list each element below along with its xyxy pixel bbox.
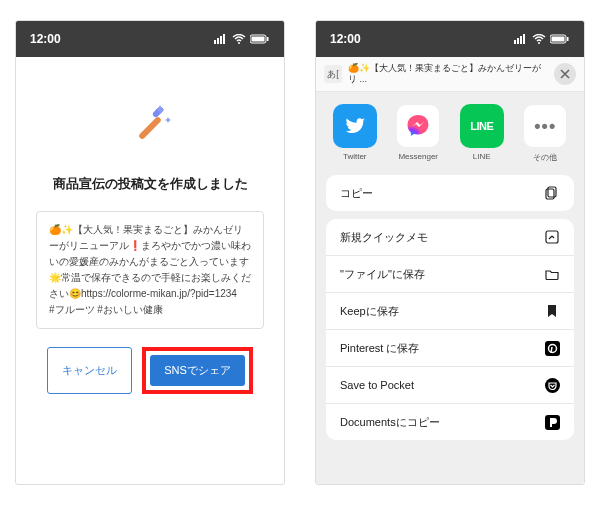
svg-point-14	[538, 42, 540, 44]
close-button[interactable]	[554, 63, 576, 85]
action-label: "ファイル"に保存	[340, 267, 425, 282]
status-time: 12:00	[330, 32, 361, 46]
save-files-action[interactable]: "ファイル"に保存	[326, 256, 574, 293]
share-apps-row: Twitter Messenger LINE LINE ••• その他	[316, 92, 584, 175]
svg-rect-16	[552, 37, 565, 42]
quickmemo-action[interactable]: 新規クイックメモ	[326, 219, 574, 256]
app-line[interactable]: LINE LINE	[453, 104, 511, 163]
share-header: あ[ 🍊✨【大人気！果実まるごと】みかんゼリーがリ ...	[316, 57, 584, 92]
phone-right: 12:00 あ[ 🍊✨【大人気！果実まるごと】みかんゼリーがリ ... Twit…	[315, 20, 585, 485]
dialog-title: 商品宣伝の投稿文を作成しました	[53, 175, 248, 193]
app-label: LINE	[473, 152, 491, 161]
svg-rect-0	[214, 40, 216, 44]
svg-rect-20	[546, 231, 558, 243]
lang-chip[interactable]: あ[	[324, 65, 342, 83]
keep-action[interactable]: Keepに保存	[326, 293, 574, 330]
status-bar: 12:00	[16, 21, 284, 57]
documents-icon	[544, 414, 560, 430]
documents-action[interactable]: Documentsにコピー	[326, 404, 574, 440]
app-label: Twitter	[343, 152, 367, 161]
wand-icon	[122, 97, 178, 157]
quickmemo-icon	[544, 229, 560, 245]
svg-rect-9	[152, 106, 165, 119]
svg-point-4	[238, 42, 240, 44]
action-label: Pinterest に保存	[340, 341, 419, 356]
pinterest-icon	[544, 340, 560, 356]
svg-rect-6	[252, 37, 265, 42]
post-text-box: 🍊✨【大人気！果実まるごと】みかんゼリーがリニューアル❗まろやかでかつ濃い味わい…	[36, 211, 264, 329]
app-twitter[interactable]: Twitter	[326, 104, 384, 163]
copy-action-group: コピー	[326, 175, 574, 211]
action-label: 新規クイックメモ	[340, 230, 428, 245]
status-time: 12:00	[30, 32, 61, 46]
status-icons	[514, 34, 570, 44]
action-label: Keepに保存	[340, 304, 399, 319]
highlight-box: SNSでシェア	[142, 347, 253, 394]
more-icon: •••	[523, 104, 567, 148]
button-row: キャンセル SNSでシェア	[47, 347, 253, 394]
copy-icon	[544, 185, 560, 201]
svg-rect-8	[138, 116, 162, 140]
pocket-action[interactable]: Save to Pocket	[326, 367, 574, 404]
pocket-icon	[544, 377, 560, 393]
status-icons	[214, 34, 270, 44]
line-icon: LINE	[460, 104, 504, 148]
svg-rect-12	[520, 36, 522, 44]
action-label: コピー	[340, 186, 373, 201]
svg-rect-17	[567, 37, 569, 41]
share-title: 🍊✨【大人気！果実まるごと】みかんゼリーがリ ...	[348, 63, 548, 85]
twitter-icon	[333, 104, 377, 148]
app-other[interactable]: ••• その他	[517, 104, 575, 163]
dialog-content: 商品宣伝の投稿文を作成しました 🍊✨【大人気！果実まるごと】みかんゼリーがリニュ…	[16, 57, 284, 484]
svg-rect-1	[217, 38, 219, 44]
cancel-button[interactable]: キャンセル	[47, 347, 132, 394]
action-label: Save to Pocket	[340, 379, 414, 391]
pinterest-action[interactable]: Pinterest に保存	[326, 330, 574, 367]
app-label: その他	[533, 152, 557, 163]
messenger-icon	[396, 104, 440, 148]
action-label: Documentsにコピー	[340, 415, 440, 430]
svg-rect-10	[514, 40, 516, 44]
svg-rect-23	[545, 378, 560, 393]
app-label: Messenger	[398, 152, 438, 161]
svg-rect-7	[267, 37, 269, 41]
share-sheet: あ[ 🍊✨【大人気！果実まるごと】みかんゼリーがリ ... Twitter Me…	[316, 57, 584, 484]
svg-rect-13	[523, 34, 525, 44]
status-bar: 12:00	[316, 21, 584, 57]
svg-rect-2	[220, 36, 222, 44]
actions-group: 新規クイックメモ "ファイル"に保存 Keepに保存 Pinterest に保存…	[326, 219, 574, 440]
copy-action[interactable]: コピー	[326, 175, 574, 211]
svg-rect-3	[223, 34, 225, 44]
phone-left: 12:00 商品宣伝の投稿文を作成しました 🍊✨【大人気！果実まるごと】みかんゼ…	[15, 20, 285, 485]
app-messenger[interactable]: Messenger	[390, 104, 448, 163]
bookmark-icon	[544, 303, 560, 319]
folder-icon	[544, 266, 560, 282]
svg-rect-11	[517, 38, 519, 44]
share-sns-button[interactable]: SNSでシェア	[150, 355, 245, 386]
